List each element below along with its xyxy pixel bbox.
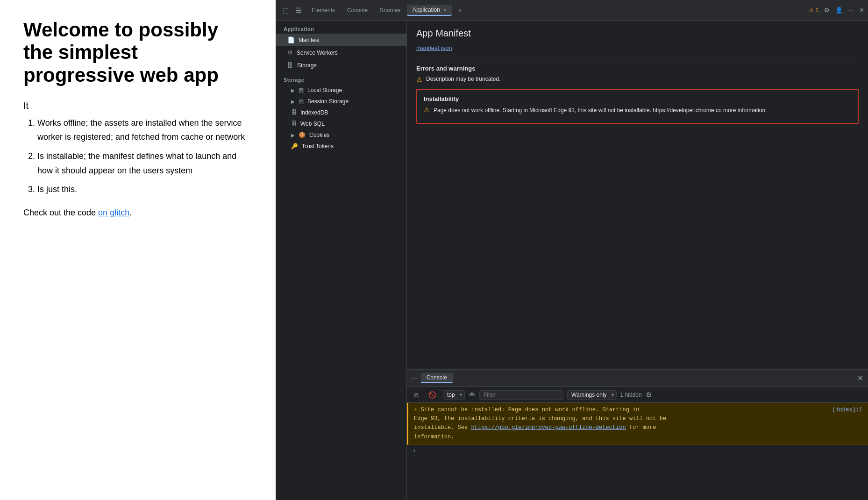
sidebar-item-web-sql[interactable]: 🗄 Web SQL [276,118,406,129]
sidebar-storage-label: Storage [276,71,406,85]
more-options-icon[interactable]: ··· [848,7,854,14]
web-sql-icon: 🗄 [291,121,297,127]
sidebar-item-local-storage[interactable]: ▶ ▤ Local Storage [276,85,406,96]
arrow-icon: ▶ [291,133,295,138]
sidebar-item-trust-tokens[interactable]: 🔑 Trust Tokens [276,141,406,152]
page-heading: Welcome to possibly the simplest progres… [23,19,252,86]
console-warning-message: ⚠ Site cannot be installed: Page does no… [407,403,868,445]
console-tab-label[interactable]: Console [421,373,453,383]
indexeddb-icon: 🗄 [291,109,297,116]
sidebar-item-manifest[interactable]: 📄 Manifest [276,34,406,46]
left-panel: Welcome to possibly the simplest progres… [0,0,276,500]
installability-warning-row: ⚠ Page does not work offline. Starting i… [424,106,851,114]
sidebar-item-service-workers[interactable]: ⚙ Service Workers [276,46,406,59]
tab-elements[interactable]: Elements [306,5,341,15]
console-input[interactable] [419,448,862,454]
warning-badge[interactable]: ⚠ 1 [809,7,818,14]
console-context-select[interactable]: top [443,390,465,400]
console-context-selector[interactable]: top ▾ [443,390,465,400]
console-more-icon[interactable]: ··· [412,374,417,382]
list-item: Is installable; the manifest defines wha… [37,149,252,178]
checkout-text: Check out the code on glitch. [23,208,252,218]
cursor-icon[interactable]: ⬚ [280,5,291,16]
app-panel-title: App Manifest [416,28,859,39]
storage-icon: 🗄 [287,62,293,69]
sidebar-item-cookies[interactable]: ▶ 🍪 Cookies [276,129,406,141]
errors-warnings-title: Errors and warnings [416,65,859,72]
devtools-content: App Manifest manifest.json Errors and wa… [407,21,868,500]
tab-console[interactable]: Console [342,5,373,15]
installability-warning-icon: ⚠ [424,106,430,114]
installability-box: Installability ⚠ Page does not work offl… [416,89,859,124]
console-close-icon[interactable]: ✕ [857,374,863,383]
user-icon[interactable]: 👤 [835,7,843,14]
tab-close-icon[interactable]: × [443,7,446,13]
warning-row: ⚠ Description may be truncated. [416,76,859,83]
tab-application[interactable]: Application × [407,5,452,16]
console-clear-button[interactable]: ⊘ [411,390,422,400]
session-storage-icon: ▤ [299,98,304,105]
devtools-close-icon[interactable]: ✕ [859,7,864,14]
tab-sources[interactable]: Sources [374,5,406,15]
devtools-sidebar: Application 📄 Manifest ⚙ Service Workers… [276,21,407,500]
list-item: Works offline; the assets are installed … [37,116,252,144]
warning-triangle-icon: ⚠ [414,407,417,413]
devtools-main: Application 📄 Manifest ⚙ Service Workers… [276,21,868,500]
more-tabs-icon[interactable]: » [453,5,467,15]
console-prompt-icon: › [413,448,416,454]
intro-text: It [23,100,252,111]
console-panel: ··· Console ✕ ⊘ 🚫 top ▾ 👁 [407,369,868,500]
app-panel: App Manifest manifest.json Errors and wa… [407,21,868,369]
console-eye-icon[interactable]: 👁 [469,391,476,399]
devtools-tabbar: ⬚ ☰ Elements Console Sources Application… [276,0,868,21]
glitch-link[interactable]: on glitch [98,208,129,217]
arrow-icon: ▶ [291,88,295,93]
hidden-count: 1 hidden [620,392,642,398]
pwa-link[interactable]: https://goo.gle/improved-pwa-offline-det… [471,424,626,431]
service-workers-icon: ⚙ [287,49,293,56]
cookies-icon: 🍪 [299,132,306,138]
toolbar-icons: ⚠ 1 ⚙ 👤 ··· ✕ [809,7,864,14]
list-item: Is just this. [37,182,252,197]
settings-icon[interactable]: ⚙ [824,7,830,14]
warning-icon: ⚠ [416,76,422,83]
responsive-icon[interactable]: ☰ [293,5,304,16]
console-toolbar: ⊘ 🚫 top ▾ 👁 Warnings only ▾ 1 hi [407,387,868,403]
feature-list: Works offline; the assets are installed … [37,116,252,197]
console-block-button[interactable]: 🚫 [426,390,439,400]
sidebar-item-storage[interactable]: 🗄 Storage [276,59,406,71]
console-level-selector[interactable]: Warnings only ▾ [567,390,617,400]
console-settings-icon[interactable]: ⚙ [646,391,652,399]
console-header: ··· Console ✕ [407,369,868,387]
sidebar-application-label: Application [276,21,406,34]
console-filter-input[interactable] [479,390,563,400]
trust-tokens-icon: 🔑 [291,143,298,150]
warnings-only-label[interactable]: Warnings only [567,390,617,400]
devtools-panel: ⬚ ☰ Elements Console Sources Application… [276,0,868,500]
console-prompt[interactable]: › [407,445,868,457]
local-storage-icon: ▤ [299,87,304,93]
source-link[interactable]: (index):1 [832,406,862,414]
console-messages: ⚠ Site cannot be installed: Page does no… [407,403,868,500]
sidebar-item-session-storage[interactable]: ▶ ▤ Session Storage [276,96,406,107]
sidebar-item-indexeddb[interactable]: 🗄 IndexedDB [276,107,406,118]
manifest-json-link[interactable]: manifest.json [416,44,859,51]
installability-title: Installability [424,95,851,102]
arrow-icon: ▶ [291,99,295,104]
manifest-icon: 📄 [287,36,295,43]
